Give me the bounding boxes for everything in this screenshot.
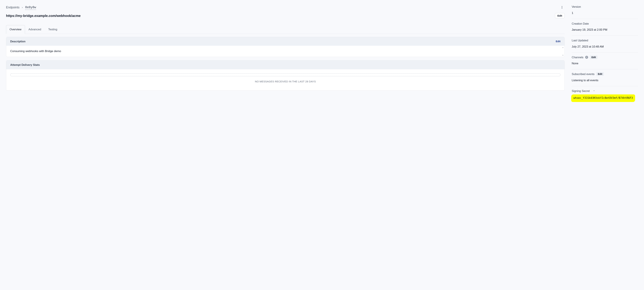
side-version: Version 1 <box>572 5 638 19</box>
signing-secret-highlight: whsec_Y31Sk03KVokYIc8etDV3mf/B74htR6F3 <box>572 95 634 101</box>
tab-overview[interactable]: Overview <box>6 25 25 34</box>
edit-channels-button[interactable]: Edit <box>590 55 598 59</box>
edit-endpoint-button[interactable]: Edit <box>555 13 565 18</box>
description-card: Description Edit Consuming webhooks with… <box>6 37 565 57</box>
side-creation-date: Creation Date January 19, 2023 at 2:00 P… <box>572 19 638 36</box>
last-updated-value: July 27, 2023 at 10:48 AM <box>572 44 638 49</box>
breadcrumb-current: 0e0y0w <box>25 5 36 10</box>
subscribed-events-value: Listening to all events <box>572 78 638 82</box>
info-icon[interactable]: i <box>585 56 588 59</box>
more-options-button[interactable] <box>559 5 565 10</box>
channels-label: Channels <box>572 55 584 59</box>
signing-secret-label: Signing Secret <box>572 89 590 93</box>
signing-secret-value[interactable]: whsec_Y31Sk03KVokYIc8etDV3mf/B74htR6F3 <box>574 96 633 100</box>
svg-point-0 <box>562 6 562 7</box>
stats-empty-message: NO MESSAGES RECEIVED IN THE LAST 28 DAYS <box>10 80 560 84</box>
scroll-down-icon: ▾ <box>562 54 564 56</box>
description-text: Consuming webhooks with Bridge demo <box>10 49 560 53</box>
signing-secret-dropdown[interactable]: Signing Secret <box>572 89 638 93</box>
stats-card: Attempt Delivery Stats NO MESSAGES RECEI… <box>6 60 565 91</box>
edit-subscribed-events-button[interactable]: Edit <box>596 72 604 76</box>
version-value: 1 <box>572 11 638 15</box>
scrollbar[interactable]: ▴ ▾ <box>562 46 564 57</box>
description-title: Description <box>10 39 26 43</box>
tab-testing[interactable]: Testing <box>44 25 61 34</box>
chevron-right-icon <box>22 5 23 10</box>
kebab-icon <box>560 6 564 9</box>
svg-point-1 <box>562 7 562 7</box>
stats-title: Attempt Delivery Stats <box>10 63 40 67</box>
scroll-up-icon: ▴ <box>562 46 564 49</box>
svg-point-2 <box>562 8 562 8</box>
tabs: Overview Advanced Testing <box>6 25 565 34</box>
creation-date-value: January 19, 2023 at 2:00 PM <box>572 28 638 32</box>
stats-placeholder <box>10 73 560 76</box>
channels-value: None <box>572 61 638 65</box>
tab-advanced[interactable]: Advanced <box>25 25 45 34</box>
breadcrumb-endpoints[interactable]: Endpoints <box>6 5 20 10</box>
edit-description-button[interactable]: Edit <box>556 39 560 43</box>
last-updated-label: Last Updated <box>572 38 588 42</box>
side-subscribed-events: Subscribed events Edit Listening to all … <box>572 69 638 86</box>
side-last-updated: Last Updated July 27, 2023 at 10:48 AM <box>572 36 638 53</box>
subscribed-events-label: Subscribed events <box>572 72 594 76</box>
breadcrumb: Endpoints 0e0y0w <box>6 5 36 10</box>
side-signing-secret: Signing Secret whsec_Y31Sk03KVokYIc8etDV… <box>572 86 638 105</box>
caret-down-icon <box>593 89 595 93</box>
side-channels: Channels i Edit None <box>572 53 638 69</box>
creation-date-label: Creation Date <box>572 22 589 26</box>
endpoint-url: https://my-bridge.example.com/webhook/ac… <box>6 13 81 18</box>
version-label: Version <box>572 5 581 9</box>
